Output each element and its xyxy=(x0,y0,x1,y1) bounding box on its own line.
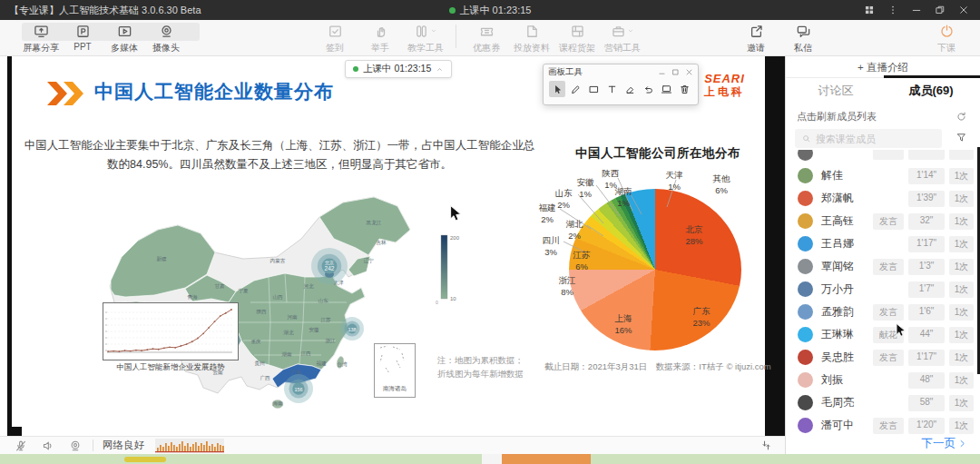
board-tool-icon[interactable] xyxy=(658,81,674,97)
member-row[interactable]: 覃闻铭发言1'3"1次 xyxy=(786,255,980,278)
map-bubble-value: 156 xyxy=(294,387,302,392)
sidebar: + 直播介绍 讨论区 成员(69) 点击刷新成员列表 解佳1'14"1次郑潇帆1… xyxy=(785,56,980,464)
province-label: 河南 xyxy=(287,314,298,321)
restore-icon[interactable] xyxy=(931,2,949,18)
province-label: 湖南 xyxy=(280,351,292,357)
member-talk-time: 32" xyxy=(908,213,945,230)
south-sea-inset: 南海诸岛 xyxy=(374,343,416,398)
province-label: 福建 xyxy=(316,360,327,367)
member-row[interactable]: 孟雅韵发言1'6"1次 xyxy=(786,301,980,323)
tab-members[interactable]: 成员(69) xyxy=(886,78,976,104)
member-search-box[interactable] xyxy=(795,129,942,148)
toolbar-materials-button[interactable]: 投放资料 xyxy=(511,23,553,54)
toolbar-ppt-button[interactable]: PPT xyxy=(62,23,103,52)
next-page-button[interactable]: 下一页 xyxy=(922,436,968,451)
more-menu-icon[interactable] xyxy=(884,2,902,18)
member-talk-time: 1'20" xyxy=(908,418,945,434)
toolbar-screen-share-button[interactable]: 屏幕分享 xyxy=(20,23,62,54)
member-row[interactable]: 刘振48"1次 xyxy=(786,369,980,391)
toolbar-end-class-button[interactable]: 下课 xyxy=(926,23,967,54)
province-label: 甘肃 xyxy=(214,283,225,289)
microphone-muted-icon[interactable] xyxy=(15,439,27,452)
map-legend-min: 10 xyxy=(450,296,456,301)
screen-share-icon xyxy=(34,23,49,39)
drawing-toolbar[interactable]: 画板工具 xyxy=(543,64,699,105)
member-row[interactable]: 万小丹1'7"1次 xyxy=(786,278,980,301)
toolbar-coupon-button[interactable]: 优惠券 xyxy=(466,23,507,54)
member-talk-time: 48" xyxy=(908,372,945,389)
toolbar-media-button[interactable]: 多媒体 xyxy=(103,23,145,54)
toolbar-shelf-button[interactable]: 课程货架 xyxy=(556,23,598,54)
toolbar-check-in-button[interactable]: 签到 xyxy=(314,23,356,54)
toolbar-marketing-button[interactable]: 营销工具 xyxy=(602,23,643,54)
member-talk-time: 1'6" xyxy=(908,304,945,321)
member-count-badge: 1次 xyxy=(949,372,974,389)
toolbar-camera-button[interactable]: 摄像头 xyxy=(145,23,187,54)
mouse-cursor xyxy=(448,205,464,222)
palette-close-icon[interactable] xyxy=(685,68,693,76)
map-legend-zero: 0 xyxy=(436,300,438,305)
province-label: 新疆 xyxy=(156,256,167,262)
refresh-icon[interactable] xyxy=(956,111,967,123)
strip-gap xyxy=(482,454,502,464)
layout-grid-icon[interactable] xyxy=(860,2,878,18)
marketing-icon xyxy=(611,23,634,39)
province-label: 海南 xyxy=(272,400,283,407)
member-name: 孟雅韵 xyxy=(821,304,854,320)
toolbar-invite-button[interactable]: 邀请 xyxy=(735,23,777,54)
member-row[interactable]: 王吕娜1'17"1次 xyxy=(786,232,980,255)
pie-footnote: 截止日期：2021年3月31日 数据来源：IT桔子 © itjuzi.com xyxy=(499,361,817,373)
avatar xyxy=(798,372,813,388)
palette-minimize-icon[interactable] xyxy=(658,68,666,76)
close-icon[interactable] xyxy=(955,2,973,18)
member-row[interactable]: 郑潇帆1'39"1次 xyxy=(786,187,980,210)
class-timer-pill[interactable]: 上课中 01:23:15 xyxy=(345,60,452,78)
member-row[interactable]: 潘可中发言1'20"1次 xyxy=(786,414,980,437)
palette-maximize-icon[interactable] xyxy=(671,68,680,76)
member-row[interactable]: 王高钰发言32"1次 xyxy=(786,210,980,232)
undo-tool-icon[interactable] xyxy=(640,81,656,97)
desktop-strip xyxy=(0,454,980,464)
member-talk-time: 1'17" xyxy=(908,236,945,252)
live-dot-icon xyxy=(353,66,358,72)
member-name: 万小丹 xyxy=(821,281,854,297)
mou se-cursor-2 xyxy=(895,323,907,338)
shelf-icon xyxy=(570,23,585,39)
eraser-tool-icon[interactable] xyxy=(622,81,638,97)
member-name: 吴忠胜 xyxy=(821,350,854,365)
speaker-icon[interactable] xyxy=(42,439,54,452)
province-label: 辽宁 xyxy=(363,257,374,263)
strip-yellow-logo xyxy=(124,457,166,462)
member-row[interactable]: 毛周亮58"1次 xyxy=(786,391,980,414)
member-name: 解佳 xyxy=(821,168,843,183)
chevron-up-icon[interactable] xyxy=(436,65,444,74)
filter-funnel-icon[interactable] xyxy=(956,132,967,143)
trash-tool-icon[interactable] xyxy=(676,81,692,97)
map-bubble-value: 242 xyxy=(325,265,335,271)
map-legend-gradient xyxy=(441,235,447,299)
pie-label-11: 湖南1% xyxy=(615,185,632,210)
member-row[interactable]: 王琳琳献花44"1次 xyxy=(786,323,980,346)
toolbar-raise-hand-button[interactable]: 举手 xyxy=(359,23,401,54)
webcam-icon[interactable] xyxy=(69,439,82,452)
member-action-badge: 发言 xyxy=(873,418,904,434)
trend-chart-caption: 中国人工智能新增企业发展趋势 xyxy=(98,362,243,373)
province-label: 江西 xyxy=(300,350,311,357)
pen-tool-icon[interactable] xyxy=(567,81,583,97)
tab-discussion[interactable]: 讨论区 xyxy=(790,78,881,104)
member-row[interactable]: 吴忠胜发言1'17"1次 xyxy=(786,346,980,369)
member-row[interactable]: 解佳1'14"1次 xyxy=(786,164,980,187)
coupon-icon xyxy=(479,23,495,39)
minimize-icon[interactable] xyxy=(907,2,926,18)
cursor-tool-icon[interactable] xyxy=(549,81,565,97)
member-search-row xyxy=(786,125,980,150)
toolbar-dm-button[interactable]: 私信 xyxy=(782,23,824,54)
rect-tool-tool-icon[interactable] xyxy=(585,81,602,97)
refresh-hint[interactable]: 点击刷新成员列表 xyxy=(797,110,877,123)
map-legend-max: 200 xyxy=(450,235,460,241)
toolbar-teach-tools-button[interactable]: 教学工具 xyxy=(405,23,446,54)
member-search-input[interactable] xyxy=(816,133,917,144)
member-action-badge: 发言 xyxy=(873,304,904,321)
collapse-panel-icon[interactable] xyxy=(760,439,772,451)
text-tool-tool-icon[interactable] xyxy=(603,81,620,97)
